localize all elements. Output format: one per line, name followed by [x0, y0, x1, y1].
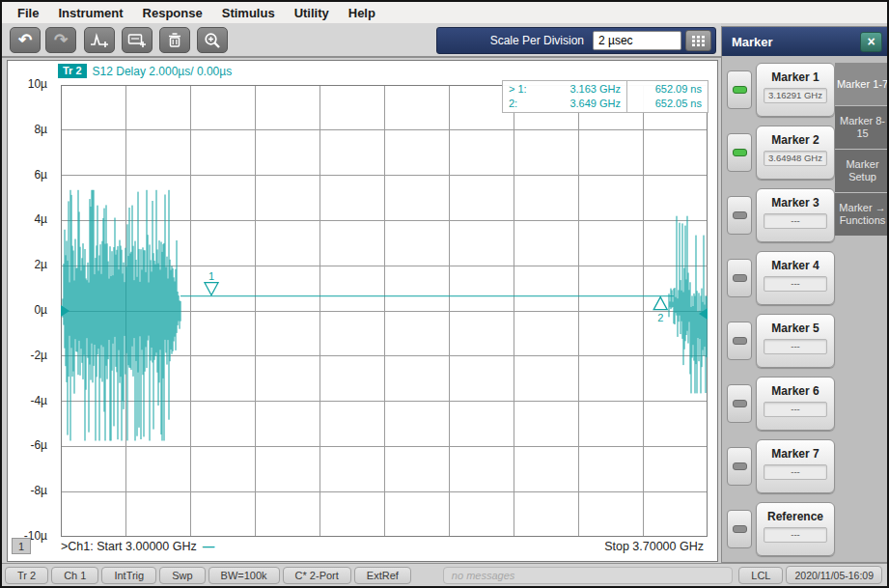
add-window-button[interactable]	[122, 27, 153, 53]
marker1-readout-value: 652.09 ns	[633, 82, 702, 97]
network-analyzer-window: File Instrument Response Stimulus Utilit…	[0, 0, 889, 588]
marker-6-button[interactable]: Marker 6 ---	[756, 377, 835, 431]
trace-color-dash-icon: —	[203, 540, 215, 553]
marker-3-value: ---	[764, 213, 827, 229]
marker2-readout-id: 2:	[509, 97, 517, 111]
marker-3-row: Marker 3 ---	[727, 188, 835, 242]
stimulus-stop-label[interactable]: Stop 3.70000 GHz	[604, 540, 704, 553]
stimulus-start-label[interactable]: >Ch1: Start 3.00000 GHz—	[61, 540, 214, 553]
keypad-icon	[691, 35, 706, 47]
zoom-button[interactable]	[197, 27, 228, 53]
add-trace-button[interactable]	[84, 27, 115, 53]
tab-marker-1-7[interactable]: Marker 1-7	[835, 63, 889, 105]
y-axis-tick-label: 4µ	[34, 212, 47, 226]
marker-2-toggle[interactable]	[727, 133, 752, 172]
y-axis-tick-label: -6µ	[30, 438, 47, 452]
marker-2-value: 3.64948 GHz	[764, 151, 827, 166]
led-indicator-icon	[733, 525, 747, 533]
close-button[interactable]: ×	[860, 32, 882, 52]
trace-badge[interactable]: Tr 2	[58, 64, 87, 78]
menu-help[interactable]: Help	[339, 6, 385, 20]
marker-panel: Marker × Marker 1 3.16291 GHz Marker 2 3…	[721, 26, 889, 563]
menu-stimulus[interactable]: Stimulus	[212, 6, 285, 20]
add-trace-icon	[90, 33, 109, 48]
marker-6-value: ---	[764, 402, 827, 417]
led-indicator-icon	[733, 400, 747, 407]
marker-7-button[interactable]: Marker 7 ---	[756, 439, 835, 493]
svg-text:1: 1	[208, 270, 214, 282]
status-trigger: IntTrig	[101, 567, 156, 584]
reference-value: ---	[764, 527, 827, 543]
marker-4-row: Marker 4 ---	[727, 251, 835, 305]
marker-5-row: Marker 5 ---	[727, 314, 835, 368]
tab-marker-8-15[interactable]: Marker 8-15	[835, 106, 889, 149]
reference-label: Reference	[767, 510, 823, 523]
marker-readout-values: 652.09 ns 652.05 ns	[626, 81, 708, 112]
menu-instrument[interactable]: Instrument	[48, 6, 132, 20]
status-trace: Tr 2	[5, 567, 48, 584]
marker-6-label: Marker 6	[771, 384, 819, 398]
y-axis-tick-label: 6µ	[34, 168, 47, 182]
menu-response[interactable]: Response	[133, 6, 212, 20]
scale-per-division-label: Scale Per Division	[437, 34, 593, 47]
add-window-icon	[127, 33, 147, 48]
led-indicator-icon	[733, 149, 747, 156]
y-axis-tick-label: 8µ	[34, 123, 47, 136]
channel-badge: 1	[12, 538, 31, 554]
toolbar: ↶ ↷	[2, 23, 721, 58]
scale-per-division-input[interactable]	[593, 31, 681, 50]
marker-4-toggle[interactable]	[727, 259, 752, 297]
status-calibration: C* 2-Port	[283, 567, 351, 584]
trash-icon	[166, 32, 183, 48]
led-indicator-icon	[733, 86, 747, 94]
reference-toggle[interactable]	[727, 510, 752, 548]
marker-buttons-column: Marker 1 3.16291 GHz Marker 2 3.64948 GH…	[727, 63, 835, 565]
marker-readout: > 1: 3.163 GHz 2: 3.649 GHz 652.09 ns 65…	[502, 80, 708, 113]
marker-3-button[interactable]: Marker 3 ---	[756, 188, 835, 242]
marker-5-button[interactable]: Marker 5 ---	[756, 314, 835, 368]
undo-icon: ↶	[18, 32, 32, 48]
marker-6-toggle[interactable]	[727, 384, 752, 423]
marker-2-label: Marker 2	[771, 133, 819, 147]
close-icon: ×	[867, 35, 875, 48]
delete-button[interactable]	[159, 27, 190, 53]
marker-3-toggle[interactable]	[727, 196, 752, 235]
keypad-button[interactable]	[685, 30, 711, 51]
marker-1-row: Marker 1 3.16291 GHz	[727, 63, 835, 117]
y-axis-tick-label: -2µ	[30, 349, 47, 362]
marker-5-toggle[interactable]	[727, 322, 752, 360]
marker-1-label: Marker 1	[771, 70, 819, 84]
led-indicator-icon	[733, 274, 747, 282]
redo-button[interactable]: ↷	[45, 27, 76, 53]
undo-button[interactable]: ↶	[10, 27, 41, 53]
status-sweep: Swp	[159, 567, 205, 584]
status-lcl: LCL	[738, 567, 783, 584]
marker1-readout-id: > 1:	[509, 82, 527, 97]
plot-canvas: 12	[61, 85, 708, 537]
tab-marker-functions[interactable]: Marker → Functions	[835, 193, 889, 236]
status-channel: Ch 1	[51, 567, 98, 584]
marker-5-value: ---	[764, 339, 827, 354]
reference-row: Reference ---	[727, 502, 835, 556]
marker-1-button[interactable]: Marker 1 3.16291 GHz	[756, 63, 835, 117]
marker-7-label: Marker 7	[771, 447, 819, 461]
start-frequency-text: >Ch1: Start 3.00000 GHz	[61, 540, 197, 553]
plot-area[interactable]: 12	[61, 85, 708, 537]
marker-1-toggle[interactable]	[727, 70, 752, 109]
led-indicator-icon	[733, 337, 747, 345]
y-axis-tick-label: -8µ	[30, 484, 47, 497]
reference-button[interactable]: Reference ---	[756, 502, 835, 556]
marker-7-toggle[interactable]	[727, 447, 752, 486]
zoom-icon	[204, 32, 221, 49]
menu-file[interactable]: File	[8, 6, 48, 20]
menu-utility[interactable]: Utility	[285, 6, 339, 20]
marker-3-label: Marker 3	[771, 196, 819, 210]
marker-4-button[interactable]: Marker 4 ---	[756, 251, 835, 305]
marker1-readout-freq: 3.163 GHz	[570, 82, 621, 97]
marker-panel-title: Marker	[722, 35, 860, 49]
marker-2-button[interactable]: Marker 2 3.64948 GHz	[756, 126, 835, 180]
y-axis-tick-label: -4µ	[30, 394, 47, 407]
scale-per-division-bar: Scale Per Division	[436, 27, 716, 54]
y-axis-tick-label: 10µ	[28, 77, 47, 91]
tab-marker-setup[interactable]: Marker Setup	[835, 150, 889, 192]
